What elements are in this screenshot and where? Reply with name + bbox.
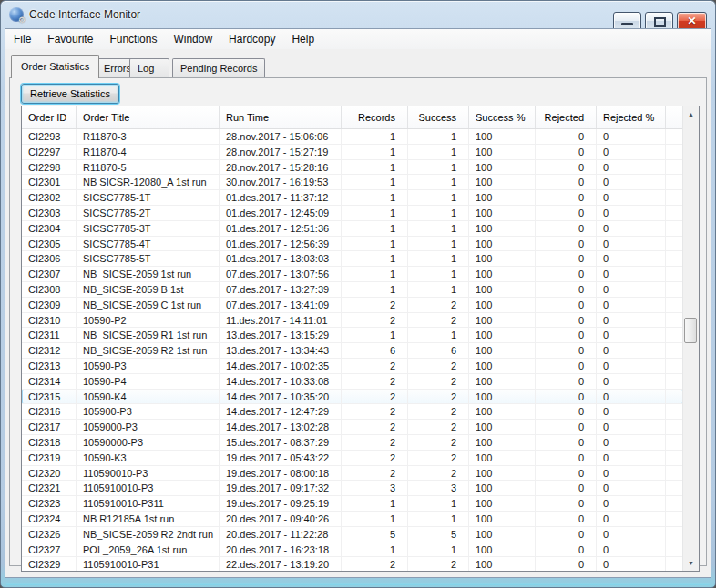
column-header-run-time[interactable]: Run Time (220, 106, 342, 128)
cell-filler (666, 221, 683, 237)
cell: 0 (536, 374, 597, 390)
table-row[interactable]: CI231010590-P211.des.2017 - 14:11:012210… (22, 313, 683, 329)
column-header-success[interactable]: Success % (469, 106, 536, 128)
app-window: Cede Interface Monitor ✕ FileFavouriteFu… (0, 0, 716, 588)
menu-window[interactable]: Window (165, 30, 220, 48)
vertical-scrollbar[interactable]: ▲ ▼ (682, 106, 699, 571)
table-row[interactable]: CI2305SICSC7785-4T01.des.2017 - 12:56:39… (22, 237, 683, 252)
table-row[interactable]: CI2309NB_SICSE-2059 C 1st run07.des.2017… (22, 298, 683, 313)
cell: 0 (536, 542, 597, 558)
cell: 1 (408, 175, 469, 190)
table-row[interactable]: CI23231105910010-P31119.des.2017 - 09:25… (22, 496, 683, 512)
cell: 0 (597, 175, 666, 190)
cell: 01.des.2017 - 13:03:03 (220, 251, 342, 267)
column-header-rejected[interactable]: Rejected (536, 106, 597, 128)
table-row[interactable]: CI2302SICSC7785-1T01.des.2017 - 11:37:12… (22, 190, 683, 206)
table-row[interactable]: CI2311NB_SICSE-2059 R1 1st run13.des.201… (22, 328, 683, 343)
table-row[interactable]: CI2297R11870-428.nov.2017 - 15:27:191110… (22, 145, 683, 160)
table-row[interactable]: CI23291105910010-P3122.des.2017 - 13:19:… (22, 557, 683, 571)
cell: 100 (469, 175, 536, 190)
cell: 10590-P4 (77, 374, 220, 390)
cell: 1 (408, 512, 469, 527)
column-header-order-title[interactable]: Order Title (77, 106, 220, 128)
cell-filler (666, 160, 683, 176)
table-row[interactable]: CI231510590-K414.des.2017 - 10:35:202210… (22, 390, 683, 405)
cell: 14.des.2017 - 12:47:29 (220, 404, 342, 420)
tab-pending-records[interactable]: Pending Records (172, 58, 265, 78)
cell: 13.des.2017 - 13:34:43 (220, 343, 342, 359)
cell-filler (666, 451, 683, 466)
cell: 1 (408, 282, 469, 298)
minimize-icon (621, 23, 633, 25)
table-row[interactable]: CI2301NB SICSR-12080_A 1st run30.nov.201… (22, 175, 683, 190)
retrieve-statistics-button[interactable]: Retrieve Statistics (21, 84, 119, 104)
cell-filler (666, 267, 683, 282)
menu-functions[interactable]: Functions (101, 30, 165, 48)
tab-log[interactable]: Log (129, 58, 169, 78)
menu-hardcopy[interactable]: Hardcopy (220, 30, 283, 48)
cell: CI2311 (22, 328, 77, 343)
cell: 110590010-P3 (77, 466, 220, 482)
cell: 1 (342, 190, 408, 206)
table-row[interactable]: CI2327POL_2059_26A 1st run20.des.2017 - … (22, 542, 683, 558)
table-row[interactable]: CI2298R11870-528.nov.2017 - 15:28:161110… (22, 160, 683, 176)
cell: 0 (536, 206, 597, 221)
app-icon (9, 7, 24, 22)
cell: 2 (408, 420, 469, 435)
scroll-up-icon[interactable]: ▲ (683, 106, 699, 122)
table-row[interactable]: CI2303SICSC7785-2T01.des.2017 - 12:45:09… (22, 206, 683, 221)
cell: SICSC7785-4T (77, 237, 220, 252)
menu-favourite[interactable]: Favourite (39, 30, 101, 48)
scrollbar-thumb[interactable] (684, 318, 697, 343)
table-row[interactable]: CI231810590000-P315.des.2017 - 08:37:292… (22, 435, 683, 451)
table-row[interactable]: CI2324NB R12185A 1st run20.des.2017 - 09… (22, 512, 683, 527)
cell-filler (666, 282, 683, 298)
cell: 0 (597, 313, 666, 329)
cell: 6 (408, 343, 469, 359)
column-header-order-id[interactable]: Order ID (22, 106, 77, 128)
table-row[interactable]: CI2304SICSC7785-3T01.des.2017 - 12:51:36… (22, 221, 683, 237)
cell: 100 (469, 390, 536, 405)
table-row[interactable]: CI2306SICSC7785-5T01.des.2017 - 13:03:03… (22, 251, 683, 267)
cell: 3 (342, 481, 408, 496)
table-row[interactable]: CI2316105900-P314.des.2017 - 12:47:29221… (22, 404, 683, 420)
table-row[interactable]: CI2312NB_SICSE-2059 R2 1st run13.des.201… (22, 343, 683, 359)
table-row[interactable]: CI2326NB_SICSE-2059 R2 2ndt run20.des.20… (22, 527, 683, 542)
column-header-records[interactable]: Records (342, 106, 408, 128)
cell: 01.des.2017 - 11:37:12 (220, 190, 342, 206)
column-header-filler (666, 106, 683, 128)
table-row[interactable]: CI2307NB_SICSE-2059 1st run07.des.2017 -… (22, 267, 683, 282)
table-row[interactable]: CI2320110590010-P319.des.2017 - 08:00:18… (22, 466, 683, 482)
cell: CI2323 (22, 496, 77, 512)
cell: 1 (408, 190, 469, 206)
table-row[interactable]: CI2308NB_SICSE-2059 B 1st07.des.2017 - 1… (22, 282, 683, 298)
cell-filler (666, 542, 683, 558)
column-header-rejected[interactable]: Rejected % (597, 106, 666, 128)
cell: 2 (342, 313, 408, 329)
menu-file[interactable]: File (5, 30, 39, 48)
title-bar[interactable]: Cede Interface Monitor ✕ (1, 1, 715, 28)
cell: 2 (408, 435, 469, 451)
table-row[interactable]: CI231410590-P414.des.2017 - 10:33:082210… (22, 374, 683, 390)
cell: 0 (536, 343, 597, 359)
cell: 100 (469, 190, 536, 206)
table-row[interactable]: CI231910590-K319.des.2017 - 05:43:222210… (22, 451, 683, 466)
cell: 0 (597, 237, 666, 252)
cell-filler (666, 512, 683, 527)
cell: 0 (597, 435, 666, 451)
table-row[interactable]: CI23211105910010-P319.des.2017 - 09:17:3… (22, 481, 683, 496)
cell: R11870-5 (77, 160, 220, 176)
menu-help[interactable]: Help (283, 30, 322, 48)
cell: SICSC7785-3T (77, 221, 220, 237)
tab-order-statistics[interactable]: Order Statistics (11, 55, 99, 78)
cell: 0 (536, 282, 597, 298)
table-row[interactable]: CI23171059000-P314.des.2017 - 13:02:2822… (22, 420, 683, 435)
table-row[interactable]: CI231310590-P314.des.2017 - 10:02:352210… (22, 359, 683, 374)
cell: CI2316 (22, 404, 77, 420)
cell: 0 (597, 451, 666, 466)
cell: 0 (597, 129, 666, 145)
table-row[interactable]: CI2293R11870-328.nov.2017 - 15:06:061110… (22, 129, 683, 145)
scroll-down-icon[interactable]: ▼ (683, 555, 699, 571)
cell: CI2326 (22, 527, 77, 542)
column-header-success[interactable]: Success (408, 106, 469, 128)
